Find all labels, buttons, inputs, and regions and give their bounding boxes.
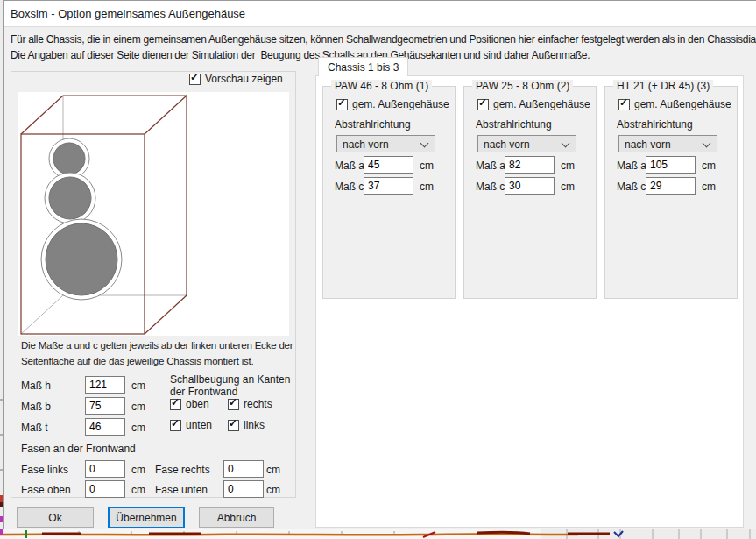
speaker-preview-canvas	[18, 92, 289, 336]
mass-c-unit: cm	[561, 181, 575, 193]
fase-oben-unit: cm	[131, 484, 145, 496]
diffraction-checkbox-oben[interactable]: ✓ oben	[170, 398, 209, 410]
checkmark-icon: ✓	[229, 397, 237, 408]
shared-enclosure-checkbox[interactable]: ✓ gem. Außengehäuse	[477, 98, 590, 110]
fase-links-input[interactable]	[85, 460, 125, 478]
title-bar[interactable]: Boxsim - Option gemeinsames Außengehäuse	[4, 1, 756, 27]
fase-unten-unit: cm	[266, 484, 280, 496]
mass-a-unit: cm	[420, 160, 434, 172]
checkmark-icon: ✓	[190, 72, 199, 83]
diffraction-checkbox-links[interactable]: ✓ links	[228, 419, 265, 431]
mass-c-label: Maß c	[476, 181, 505, 193]
checkmark-icon: ✓	[337, 97, 346, 109]
checkbox-box: ✓	[228, 399, 239, 410]
diffraction-checkbox-unten[interactable]: ✓ unten	[170, 419, 212, 431]
tab-panel: PAW 46 - 8 Ohm (1) ✓ gem. Außengehäuse A…	[315, 75, 744, 528]
diffraction-label-oben: oben	[186, 398, 209, 410]
mass-b-label: Maß b	[21, 401, 51, 413]
speaker-box-wireframe	[21, 96, 187, 334]
mass-a-input[interactable]	[646, 156, 696, 174]
diffraction-label-rechts: rechts	[244, 398, 272, 410]
mass-t-input[interactable]	[85, 418, 125, 436]
direction-value: nach vorn	[343, 138, 389, 151]
checkmark-icon: ✓	[171, 418, 180, 429]
chassis-group-3: HT 21 (+ DR 45) (3) ✓ gem. Außengehäuse …	[604, 86, 738, 299]
mass-a-label: Maß a	[476, 160, 505, 172]
checkbox-box: ✓	[170, 399, 181, 410]
fase-oben-label: Fase oben	[21, 484, 71, 496]
checkbox-box: ✓	[170, 420, 181, 431]
diffraction-title-line1: Schallbeugung an Kanten	[170, 373, 290, 386]
driver-midrange	[45, 173, 95, 223]
shared-enclosure-label: gem. Außengehäuse	[493, 98, 590, 110]
apply-button[interactable]: Übernehmen	[108, 507, 185, 528]
fase-rechts-input[interactable]	[223, 460, 264, 478]
shared-enclosure-label: gem. Außengehäuse	[352, 98, 449, 110]
mass-c-input[interactable]	[646, 177, 696, 195]
cancel-button[interactable]: Abbruch	[199, 507, 274, 528]
fase-rechts-unit: cm	[266, 464, 280, 476]
intro-text-line1: Für alle Chassis, die in einem gemeinsam…	[11, 33, 756, 46]
chamfer-title: Fasen an der Frontwand	[21, 443, 136, 455]
checkbox-box: ✓	[228, 420, 239, 431]
ok-button[interactable]: Ok	[17, 507, 94, 528]
mass-a-unit: cm	[702, 160, 716, 172]
show-preview-checkbox[interactable]: ✓ Vorschau zeigen	[189, 73, 283, 85]
chevron-down-icon	[703, 139, 711, 148]
shared-enclosure-checkbox[interactable]: ✓ gem. Außengehäuse	[336, 98, 449, 110]
checkmark-icon: ✓	[171, 397, 180, 408]
chassis-group-title: PAW 46 - 8 Ohm (1)	[331, 80, 432, 92]
screen: Boxsim - Option gemeinsames Außengehäuse…	[0, 0, 756, 539]
checkbox-box: ✓	[618, 99, 630, 110]
mass-h-label: Maß h	[21, 379, 51, 392]
mass-c-label: Maß c	[335, 181, 364, 193]
background-chart-strip	[0, 529, 756, 539]
direction-label: Abstrahlrichtung	[617, 118, 693, 131]
shared-enclosure-checkbox[interactable]: ✓ gem. Außengehäuse	[618, 98, 731, 110]
background-chart-svg	[0, 529, 756, 539]
diffraction-checkbox-rechts[interactable]: ✓ rechts	[228, 398, 272, 410]
mass-a-input[interactable]	[505, 156, 555, 174]
checkmark-icon: ✓	[478, 97, 487, 109]
shared-enclosure-label: gem. Außengehäuse	[634, 98, 731, 110]
checkbox-box: ✓	[189, 74, 201, 85]
mass-c-unit: cm	[420, 181, 434, 193]
speaker-drawing	[18, 92, 289, 336]
direction-select[interactable]: nach vorn	[618, 135, 717, 152]
checkbox-box: ✓	[477, 99, 489, 110]
mass-b-unit: cm	[131, 401, 145, 413]
checkmark-icon: ✓	[229, 418, 237, 429]
preview-groupbox: ✓ Vorschau zeigen	[11, 71, 296, 498]
intro-text-line2: Die Angaben auf dieser Seite dienen der …	[11, 49, 590, 61]
direction-select[interactable]: nach vorn	[477, 135, 576, 152]
mass-h-input[interactable]	[85, 376, 125, 394]
chassis-group-title: PAW 25 - 8 Ohm (2)	[472, 80, 573, 92]
chassis-group-2: PAW 25 - 8 Ohm (2) ✓ gem. Außengehäuse A…	[463, 86, 597, 299]
direction-label: Abstrahlrichtung	[335, 118, 411, 131]
fase-unten-input[interactable]	[223, 480, 264, 498]
direction-select[interactable]: nach vorn	[336, 135, 435, 152]
chassis-group-title: HT 21 (+ DR 45) (3)	[613, 80, 713, 92]
mass-c-input[interactable]	[364, 177, 413, 195]
chart-mark-magenta	[0, 529, 3, 535]
fase-unten-label: Fase unten	[155, 484, 208, 496]
checkbox-box: ✓	[336, 99, 348, 110]
driver-woofer	[41, 219, 122, 300]
show-preview-label: Vorschau zeigen	[205, 73, 283, 85]
tab-chassis-1-bis-3[interactable]: Chassis 1 bis 3	[318, 57, 408, 76]
mass-a-input[interactable]	[364, 156, 413, 174]
mass-a-label: Maß a	[335, 160, 364, 172]
measure-note-line2: Seitenfläche auf die das jeweilige Chass…	[21, 356, 254, 366]
window-title: Boxsim - Option gemeinsames Außengehäuse	[11, 7, 245, 20]
mass-c-unit: cm	[702, 181, 716, 193]
diffraction-title-line2: der Frontwand	[170, 386, 237, 398]
fase-oben-input[interactable]	[85, 480, 125, 498]
mass-c-input[interactable]	[505, 177, 555, 195]
mass-t-label: Maß t	[21, 422, 48, 434]
hidden-edges	[21, 96, 187, 334]
measure-note-line1: Die Maße a und c gelten jeweils ab der l…	[21, 340, 293, 351]
checkmark-icon: ✓	[619, 97, 628, 109]
direction-value: nach vorn	[484, 138, 530, 151]
mass-a-unit: cm	[561, 160, 575, 172]
mass-b-input[interactable]	[85, 397, 125, 415]
